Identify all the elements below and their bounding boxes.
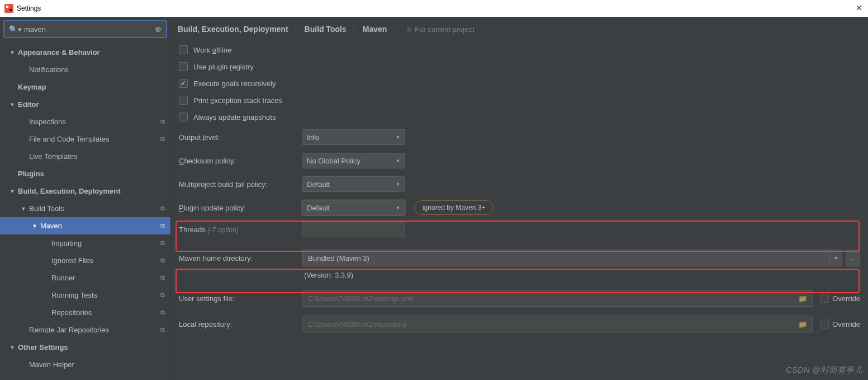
- sidebar-item[interactable]: ▼Maven⧉: [0, 217, 170, 234]
- content-panel: Build, Execution, Deployment 〉 Build Too…: [171, 17, 868, 380]
- sidebar-item-label: Live Templates: [29, 152, 165, 161]
- chevron-down-icon: ▼: [829, 250, 842, 266]
- plugin-update-combo[interactable]: Default ▼: [302, 200, 405, 215]
- output-level-combo[interactable]: Info ▼: [302, 129, 405, 145]
- sidebar-item[interactable]: Live Templates: [0, 148, 170, 165]
- sidebar-item-label: Appearance & Behavior: [18, 48, 165, 57]
- sidebar-item-label: Importing: [51, 239, 160, 247]
- sidebar-item[interactable]: Ignored Files⧉: [0, 252, 170, 269]
- user-settings-input[interactable]: C:\Users\74538\.m2\settings.xml 📁: [302, 290, 813, 307]
- sidebar-item-label: Other Settings: [18, 343, 165, 351]
- copy-icon: ⧉: [160, 257, 165, 264]
- checkbox[interactable]: [179, 45, 188, 54]
- exception-trace-row[interactable]: Print exception stack traces: [179, 92, 860, 109]
- breadcrumb: Build, Execution, Deployment 〉 Build Too…: [171, 17, 868, 41]
- checkbox[interactable]: [179, 62, 188, 71]
- copy-icon: ⧉: [160, 274, 165, 282]
- sidebar-item[interactable]: ▼Appearance & Behavior: [0, 44, 170, 61]
- checkbox[interactable]: [179, 96, 188, 105]
- chevron-down-icon: ▼: [396, 182, 400, 187]
- sidebar-item[interactable]: Keymap: [0, 78, 170, 96]
- maven3-pill: ignored by Maven 3+: [414, 200, 494, 215]
- copy-icon: ⧉: [160, 326, 165, 334]
- sidebar-item[interactable]: Remote Jar Repositories⧉: [0, 321, 170, 339]
- title-bar: Settings ✕: [0, 0, 868, 17]
- search-box[interactable]: 🔍​▾ ⊗: [3, 20, 167, 38]
- chevron-down-icon: ▼: [9, 189, 16, 194]
- sidebar-item-label: Inspections: [29, 118, 160, 126]
- folder-icon[interactable]: 📁: [798, 320, 807, 329]
- multiproject-row: Multiproject build fail policy: Default …: [179, 172, 860, 196]
- search-input[interactable]: [24, 25, 155, 34]
- sidebar-item[interactable]: ▼Other Settings: [0, 339, 170, 356]
- sidebar-item-label: Maven: [40, 222, 160, 230]
- copy-icon: ⧉: [160, 292, 165, 299]
- sidebar-item[interactable]: Maven Helper: [0, 356, 170, 373]
- copy-icon: ⧉: [160, 309, 165, 316]
- sidebar-item-label: Maven Helper: [29, 360, 165, 369]
- sidebar-item-label: File and Code Templates: [29, 135, 160, 143]
- sidebar-item-label: Remote Jar Repositories: [29, 326, 160, 334]
- chevron-down-icon: ▼: [9, 102, 16, 107]
- threads-input[interactable]: [302, 222, 405, 237]
- sidebar-item-label: Repositories: [51, 308, 160, 317]
- sidebar-item-label: Ignored Files: [51, 256, 160, 265]
- chevron-down-icon: ▼: [9, 345, 16, 350]
- browse-button[interactable]: ...: [846, 250, 860, 266]
- svg-rect-0: [4, 4, 13, 13]
- checksum-combo[interactable]: No Global Policy ▼: [302, 153, 405, 168]
- watermark: CSDN @时而有事儿: [786, 365, 862, 376]
- override-local-repo[interactable]: Override: [820, 320, 860, 329]
- copy-icon: ⧉: [160, 222, 165, 229]
- local-repo-input[interactable]: C:\Users\74538\.m2\repository 📁: [302, 316, 813, 332]
- execute-recursive-row[interactable]: Execute goals recursively: [179, 75, 860, 92]
- sidebar-item[interactable]: File and Code Templates⧉: [0, 130, 170, 148]
- work-offline-row[interactable]: Work offline: [179, 41, 860, 58]
- folder-icon[interactable]: 📁: [798, 294, 807, 303]
- sidebar-item[interactable]: Inspections⧉: [0, 113, 170, 130]
- checksum-row: Checksum policy: No Global Policy ▼: [179, 149, 860, 172]
- sidebar-item[interactable]: Runner⧉: [0, 269, 170, 287]
- override-user-settings[interactable]: Override: [820, 294, 860, 303]
- sidebar-item[interactable]: ▼Build, Execution, Deployment: [0, 182, 170, 200]
- sidebar-item[interactable]: Plugins: [0, 165, 170, 182]
- sidebar-item[interactable]: Notifications: [0, 61, 170, 78]
- sidebar-item-label: Plugins: [18, 170, 165, 178]
- sidebar-item-label: Build Tools: [29, 204, 160, 213]
- breadcrumb-item[interactable]: Build Tools: [305, 25, 347, 34]
- sidebar-item[interactable]: Importing⧉: [0, 234, 170, 252]
- sidebar-item[interactable]: Repositories⧉: [0, 304, 170, 321]
- svg-rect-2: [10, 9, 12, 11]
- sidebar-item[interactable]: ▼Build Tools⧉: [0, 200, 170, 217]
- chevron-down-icon: ▼: [20, 206, 27, 212]
- project-scope-hint: ⧉ For current project: [407, 25, 474, 34]
- app-icon: [4, 4, 13, 13]
- sidebar-item[interactable]: ▼Editor: [0, 96, 170, 113]
- checkbox[interactable]: [179, 112, 188, 121]
- copy-icon: ⧉: [160, 118, 165, 125]
- multiproject-combo[interactable]: Default ▼: [302, 176, 405, 192]
- settings-tree: ▼Appearance & BehaviorNotificationsKeyma…: [0, 41, 170, 380]
- local-repo-row: Local repository: C:\Users\74538\.m2\rep…: [179, 311, 860, 337]
- checkbox[interactable]: [820, 294, 829, 303]
- close-icon[interactable]: ✕: [856, 3, 862, 12]
- checkbox[interactable]: [820, 320, 829, 329]
- threads-row: Threads (-T option): [179, 219, 860, 240]
- output-level-row: Output level: Info ▼: [179, 125, 860, 149]
- sidebar-item-label: Notifications: [29, 65, 165, 74]
- sidebar: 🔍​▾ ⊗ ▼Appearance & BehaviorNotification…: [0, 17, 171, 380]
- copy-icon: ⧉: [407, 26, 411, 33]
- clear-search-icon[interactable]: ⊗: [155, 25, 162, 34]
- window-title: Settings: [17, 4, 41, 12]
- breadcrumb-item[interactable]: Build, Execution, Deployment: [178, 25, 288, 34]
- checkbox[interactable]: [179, 79, 188, 88]
- copy-icon: ⧉: [160, 135, 165, 143]
- sidebar-item[interactable]: Running Tests⧉: [0, 287, 170, 304]
- user-settings-row: User settings file: C:\Users\74538\.m2\s…: [179, 285, 860, 311]
- update-snapshots-row[interactable]: Always update snapshots: [179, 109, 860, 125]
- chevron-down-icon: ▼: [396, 135, 400, 140]
- plugin-registry-row[interactable]: Use plugin registry: [179, 58, 860, 75]
- svg-rect-1: [6, 6, 8, 8]
- maven-home-combo[interactable]: Bundled (Maven 3) ▼: [302, 250, 842, 266]
- maven-home-row: Maven home directory: Bundled (Maven 3) …: [179, 245, 860, 271]
